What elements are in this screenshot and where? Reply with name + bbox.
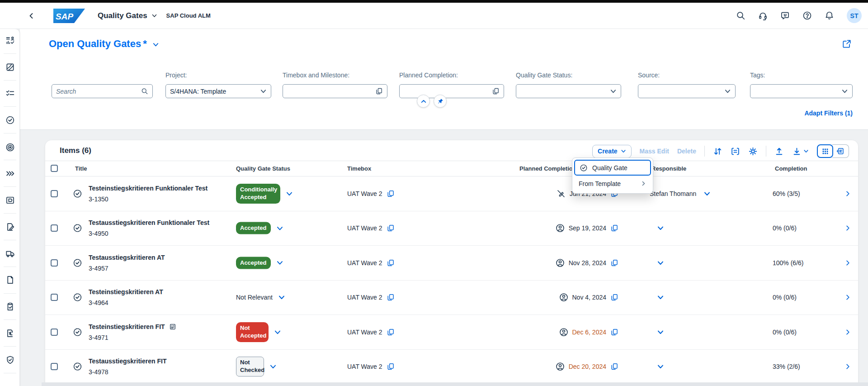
column-title[interactable]: Title <box>75 165 87 172</box>
row-navigation-arrow[interactable] <box>844 259 851 266</box>
description-note-icon[interactable] <box>169 323 176 330</box>
row-navigation-arrow[interactable] <box>844 294 851 301</box>
download-icon[interactable] <box>792 147 802 156</box>
status-dropdown-icon[interactable] <box>286 190 293 197</box>
responsible-dropdown-icon[interactable] <box>657 224 664 232</box>
share-export-icon[interactable] <box>842 39 852 49</box>
select-all-checkbox[interactable] <box>51 165 58 172</box>
table-row[interactable]: Testausstiegskritieren FIT 3-4978 Not Ch… <box>45 350 858 385</box>
copy-icon[interactable] <box>387 224 395 232</box>
row-checkbox[interactable] <box>51 190 58 197</box>
sidebar-item-document-edit[interactable] <box>0 218 20 236</box>
copy-icon[interactable] <box>610 293 618 301</box>
project-select[interactable]: S/4HANA: Template <box>165 84 271 98</box>
back-icon[interactable] <box>28 13 34 19</box>
search-icon[interactable] <box>141 87 148 95</box>
search-field[interactable] <box>52 84 153 98</box>
title-cell[interactable]: Testeinstiegskritieren FIT 3-4971 <box>89 323 176 341</box>
group-icon[interactable] <box>731 147 740 156</box>
horizontal-scrollbar[interactable] <box>42 382 868 386</box>
title-cell[interactable]: Testeinstiegskritieren Funktionaler Test… <box>89 185 208 203</box>
status-dropdown-icon[interactable] <box>278 294 285 301</box>
column-planned-completion[interactable]: Planned Completion <box>519 165 576 172</box>
value-help-icon[interactable] <box>492 87 500 95</box>
pin-header-button[interactable] <box>434 95 447 108</box>
status-dropdown-icon[interactable] <box>276 259 283 267</box>
table-row[interactable]: Testausstiegskritieren Funktionaler Test… <box>45 211 858 246</box>
bell-icon[interactable] <box>825 11 834 20</box>
table-row[interactable]: Testeinstiegskritieren Funktionaler Test… <box>45 176 858 211</box>
responsible-dropdown-icon[interactable] <box>657 329 664 336</box>
column-responsible[interactable]: Responsible <box>651 165 686 172</box>
sidebar-item-test-checklist[interactable] <box>0 324 20 342</box>
table-row[interactable]: Testeinstiegskritieren FIT 3-4971 Not Ac… <box>45 315 858 350</box>
headset-icon[interactable] <box>758 11 768 20</box>
sort-icon[interactable] <box>713 147 722 156</box>
row-navigation-arrow[interactable] <box>844 363 851 370</box>
column-completion[interactable]: Completion <box>775 165 807 172</box>
copy-icon[interactable] <box>610 328 618 336</box>
copy-icon[interactable] <box>387 190 395 198</box>
sidebar-item-shield-check[interactable] <box>0 351 20 369</box>
chevron-down-icon[interactable] <box>803 148 809 154</box>
copy-icon[interactable] <box>610 362 618 371</box>
row-navigation-arrow[interactable] <box>844 225 851 232</box>
value-help-icon[interactable] <box>375 87 383 95</box>
create-button[interactable]: Create <box>592 145 632 158</box>
title-cell[interactable]: Testausstiegskritieren AT 3-4957 <box>89 254 165 272</box>
copy-icon[interactable] <box>387 362 395 371</box>
title-cell[interactable]: Testausstiegskritieren FIT 3-4978 <box>89 357 166 376</box>
feedback-chat-icon[interactable] <box>780 11 790 20</box>
copy-icon[interactable] <box>387 293 395 301</box>
search-icon[interactable] <box>736 11 745 20</box>
mass-edit-button[interactable]: Mass Edit <box>640 148 669 155</box>
menu-item-from-template[interactable]: From Template <box>574 176 651 191</box>
sidebar-item-quality-gates[interactable] <box>0 111 20 129</box>
app-title-menu[interactable]: Quality Gates <box>98 11 157 20</box>
grid-view-button[interactable] <box>817 144 833 158</box>
responsible-dropdown-icon[interactable] <box>703 190 711 197</box>
row-checkbox[interactable] <box>51 329 58 336</box>
row-navigation-arrow[interactable] <box>844 190 851 197</box>
source-select[interactable] <box>638 84 736 98</box>
sidebar-item-task-checklist[interactable] <box>0 84 20 102</box>
table-row[interactable]: Testausstiegskritieren AT 3-4957 Accepte… <box>45 246 858 281</box>
avatar[interactable]: ST <box>847 8 862 23</box>
status-dropdown-icon[interactable] <box>274 329 281 336</box>
sidebar-item-deployment-truck[interactable] <box>0 244 20 262</box>
copy-icon[interactable] <box>610 224 618 232</box>
tags-select[interactable] <box>750 84 853 98</box>
sidebar-item-product-package[interactable] <box>0 58 20 76</box>
row-checkbox[interactable] <box>51 224 58 232</box>
row-checkbox[interactable] <box>51 294 58 301</box>
responsible-dropdown-icon[interactable] <box>657 259 664 267</box>
sidebar-item-triple-chevrons[interactable] <box>0 164 20 182</box>
sidebar-item-clipboard-check[interactable] <box>0 297 20 315</box>
copy-icon[interactable] <box>387 328 395 336</box>
title-cell[interactable]: Testausstiegskritieren Funktionaler Test… <box>89 219 209 237</box>
timebox-filter-input[interactable] <box>283 84 387 98</box>
sidebar-item-process-flow[interactable] <box>0 191 20 209</box>
column-quality-gate-status[interactable]: Quality Gate Status <box>236 165 290 172</box>
status-dropdown-icon[interactable] <box>269 363 277 370</box>
sidebar-item-target[interactable] <box>0 138 20 156</box>
column-timebox[interactable]: Timebox <box>347 165 371 172</box>
sidebar-item-document[interactable] <box>0 271 20 289</box>
help-icon[interactable] <box>802 11 812 20</box>
upload-icon[interactable] <box>774 147 784 156</box>
delete-button[interactable]: Delete <box>677 148 696 155</box>
row-checkbox[interactable] <box>51 363 58 370</box>
search-input[interactable] <box>56 88 141 95</box>
page-title-variant[interactable]: Open Quality Gates* <box>49 38 159 50</box>
gantt-view-button[interactable] <box>832 144 849 158</box>
responsible-dropdown-icon[interactable] <box>657 363 664 370</box>
responsible-dropdown-icon[interactable] <box>657 294 664 301</box>
settings-gear-icon[interactable] <box>748 147 758 156</box>
title-cell[interactable]: Testeinstiegskritieren AT 3-4964 <box>89 288 163 306</box>
sidebar-item-warning[interactable] <box>0 377 20 386</box>
menu-item-quality-gate[interactable]: Quality Gate <box>574 160 651 176</box>
row-checkbox[interactable] <box>51 259 58 267</box>
table-row[interactable]: Testeinstiegskritieren AT 3-4964 Not Rel… <box>45 281 858 315</box>
status-dropdown-icon[interactable] <box>276 224 283 232</box>
copy-icon[interactable] <box>610 259 618 267</box>
